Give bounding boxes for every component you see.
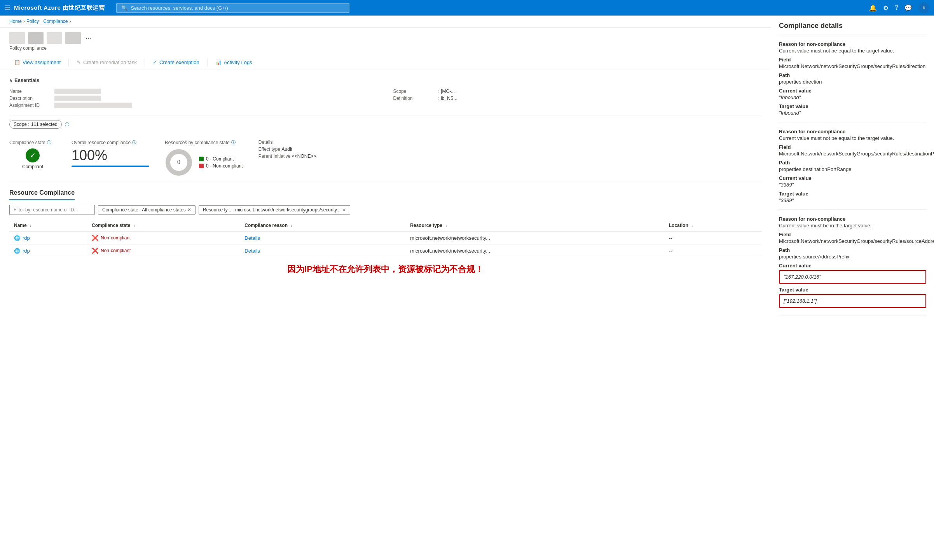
assignment-id-label: Assignment ID [9,103,48,108]
breadcrumb-home[interactable]: Home [9,19,22,24]
donut-svg: 0 [165,148,193,176]
assignment-id-value [54,103,132,108]
breadcrumb-compliance[interactable]: Compliance [43,19,68,24]
details-link-0[interactable]: Details [244,235,260,241]
compliance-detail-section-1: Reason for non-compliance Current value … [779,129,926,210]
reason-label-2: Reason for non-compliance [779,216,926,222]
activity-logs-icon: 📊 [215,59,222,65]
non-compliant-icon-1: ❌ [92,248,98,254]
compliance-detail-section-0: Reason for non-compliance Current value … [779,41,926,122]
noncompliant-dot [199,164,204,168]
resource-filter-input[interactable] [9,205,95,215]
breadcrumb-policy[interactable]: Policy [26,19,39,24]
resource-icon-0: 🌐 [14,235,20,241]
filter-tag-state[interactable]: Compliance state : All compliance states… [98,205,196,215]
toolbar-separator-1 [68,59,69,66]
essentials-toggle[interactable]: ∧ Essentials [9,77,761,83]
header-icons [9,32,81,44]
col-name[interactable]: Name ↕ [9,220,87,232]
user-avatar[interactable]: b [918,2,929,13]
donut-legend: 0 - Compliant 0 - Non-compliant [199,155,243,170]
details-box: Details Effect type Audit Parent Initiat… [258,140,321,160]
path-value-1: properties.destinationPortRange [779,166,926,172]
cell-name-0: 🌐 rdp [9,232,87,244]
sort-name-icon: ↕ [30,223,31,228]
compliance-details-sections: Reason for non-compliance Current value … [779,41,926,316]
non-compliant-badge-0: ❌ Non-compliant [92,235,235,241]
policy-icon-4 [65,32,81,44]
filter-state-close[interactable]: ✕ [187,207,191,213]
essentials-title: Essentials [14,77,39,83]
create-exemption-label: Create exemption [159,59,199,65]
assignment-id-field: Assignment ID [9,102,378,109]
current-label-0: Current value [779,88,926,94]
compliance-compliant-display: ✓ Compliant [9,148,56,169]
feedback-icon[interactable]: 💬 [904,4,912,12]
overall-label: Overall resource compliance ⓘ [72,140,149,145]
compliant-check-icon: ✓ [26,148,40,162]
hamburger-icon[interactable]: ☰ [5,4,10,12]
help-icon[interactable]: ? [895,4,898,11]
reason-label-1: Reason for non-compliance [779,129,926,134]
search-input[interactable] [131,5,344,11]
progress-bar [72,166,149,167]
target-value-2: ["192.168.1.1"] [784,298,922,304]
current-label-1: Current value [779,175,926,181]
filter-type-close[interactable]: ✕ [342,207,346,213]
header-top: ⋯ [9,32,761,44]
legend-compliant-label: 0 - Compliant [206,156,234,162]
field-value-1: Microsoft.Network/networkSecurityGroups/… [779,151,926,157]
reason-value-2: Current value must be in the target valu… [779,223,926,229]
sort-reason-icon: ↕ [290,223,292,228]
essentials-section: ∧ Essentials Name Description [9,71,761,115]
reason-value-0: Current value must not be equal to the t… [779,48,926,54]
table-header-row: Name ↕ Compliance state ↕ Compliance rea… [9,220,761,232]
donut-info-icon[interactable]: ⓘ [231,140,236,145]
settings-icon[interactable]: ⚙ [883,4,889,12]
search-bar[interactable]: 🔍 [116,3,349,13]
current-value-2: "167.220.0.0/16" [784,274,922,280]
activity-logs-label: Activity Logs [224,59,252,65]
compliance-state-info-icon[interactable]: ⓘ [47,140,51,145]
nav-icons: 🔔 ⚙ ? 💬 b [869,2,929,13]
non-compliant-badge-1: ❌ Non-compliant [92,248,235,254]
notification-icon[interactable]: 🔔 [869,4,877,12]
overall-percent: 100% [72,148,149,162]
filter-tag-type[interactable]: Resource ty... : microsoft.network/netwo… [199,205,350,215]
scope-info-icon[interactable]: ⓘ [65,122,69,127]
policy-icon-2 [28,32,44,44]
details-link-1[interactable]: Details [244,248,260,254]
resource-compliance-title: Resource Compliance [9,189,75,200]
breadcrumb: Home › Policy | Compliance › [0,16,771,28]
more-options-icon[interactable]: ⋯ [86,35,92,42]
left-pane: Home › Policy | Compliance › ⋯ Policy co… [0,16,771,560]
definition-field: Definition : lb_NS... [393,95,762,102]
compliance-state-box: Compliance state ⓘ ✓ Compliant [9,140,56,169]
scope-badge[interactable]: Scope : 111 selected [9,120,62,129]
policy-icon-3 [47,32,62,44]
resource-name-link-1[interactable]: 🌐 rdp [14,248,82,254]
sort-location-icon: ↕ [691,223,693,228]
view-assignment-button[interactable]: 📋 View assignment [9,57,65,68]
toolbar-separator-2 [145,59,145,66]
view-assignment-label: View assignment [23,59,61,65]
right-panel: Compliance details Reason for non-compli… [771,16,934,560]
compliant-dot [199,157,204,161]
overall-info-icon[interactable]: ⓘ [132,140,136,145]
activity-logs-button[interactable]: 📊 Activity Logs [211,57,257,68]
col-location[interactable]: Location ↕ [664,220,761,232]
legend-noncompliant: 0 - Non-compliant [199,163,243,169]
create-exemption-button[interactable]: ✓ Create exemption [148,57,204,68]
create-remediation-button[interactable]: ✎ Create remediation task [72,57,141,68]
resource-name-link-0[interactable]: 🌐 rdp [14,235,82,241]
path-value-0: properties.direction [779,79,926,85]
table-row: 🌐 rdp ❌ Non-compliant Details microsoft.… [9,244,761,257]
col-compliance-reason[interactable]: Compliance reason ↕ [240,220,405,232]
col-compliance-state[interactable]: Compliance state ↕ [87,220,240,232]
col-resource-type[interactable]: Resource type ↕ [405,220,664,232]
toggle-chevron: ∧ [9,78,12,82]
compliance-summary: Compliance state ⓘ ✓ Compliant Overall r… [9,133,761,183]
scope-bar: Scope : 111 selected ⓘ [9,115,761,133]
cell-name-1: 🌐 rdp [9,244,87,257]
effect-type-value: Audit [282,147,292,152]
